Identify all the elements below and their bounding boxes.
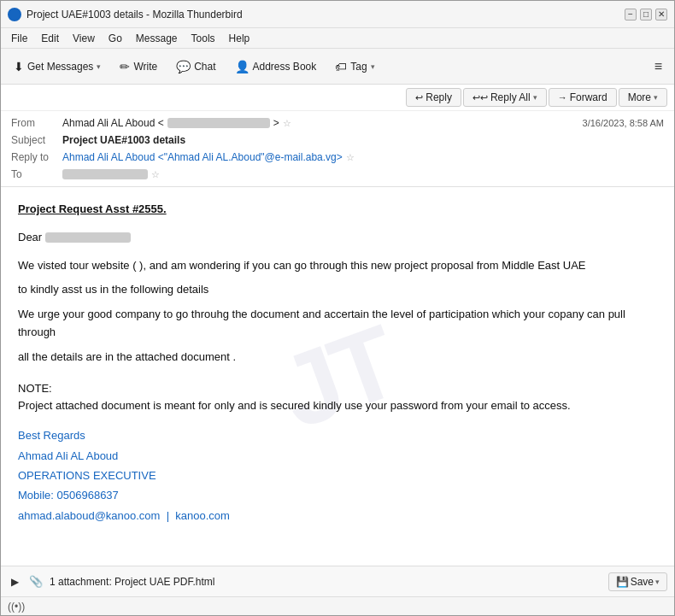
tag-button[interactable]: 🏷 Tag ▾	[327, 56, 382, 78]
body-paragraph-4: all the details are in the attached docu…	[18, 349, 657, 367]
email-actions-row: ↩ Reply ↩↩ Reply All ▾ → Forward More ▾	[1, 85, 674, 111]
sig-regards: Best Regards	[18, 425, 657, 445]
tag-dropdown-arrow[interactable]: ▾	[371, 62, 375, 71]
save-button[interactable]: 💾 Save ▾	[608, 572, 667, 591]
email-body-wrapper: JT Project Request Asst #2555. Dear We v…	[1, 187, 674, 566]
expand-button[interactable]: ▶	[8, 574, 22, 590]
reply-to-star-icon[interactable]: ☆	[346, 152, 355, 163]
reply-all-icon: ↩↩	[472, 92, 488, 103]
save-dropdown-arrow[interactable]: ▾	[655, 578, 660, 586]
sig-links: ahmad.alaboud@kanoo.com | kanoo.com	[18, 506, 657, 525]
title-bar: Project UAE#1003 details - Mozilla Thund…	[1, 1, 674, 28]
reply-to-email: Ahmad Ali AL Aboud <"Ahmad Ali AL.Aboud"…	[62, 151, 343, 163]
save-icon: 💾	[616, 576, 629, 588]
attachment-icon: 📎	[29, 575, 43, 588]
email-subject-line: Project Request Asst #2555.	[18, 201, 657, 219]
to-star-icon[interactable]: ☆	[151, 169, 160, 180]
body-paragraph-1: We visted tour website ( ), and am wonde…	[18, 257, 657, 275]
subject-label: Subject	[11, 134, 62, 146]
title-bar-left: Project UAE#1003 details - Mozilla Thund…	[8, 8, 243, 21]
reply-to-label: Reply to	[11, 151, 62, 163]
email-header: ↩ Reply ↩↩ Reply All ▾ → Forward More ▾ …	[1, 85, 674, 187]
to-email-redacted	[62, 169, 148, 179]
sig-mobile-number: 0506968637	[57, 489, 119, 502]
from-name: Ahmad Ali AL Aboud <	[62, 117, 164, 129]
dear-name-redacted	[45, 232, 131, 243]
from-label: From	[11, 117, 62, 129]
reply-all-dropdown-arrow[interactable]: ▾	[533, 93, 537, 102]
to-value: ☆	[62, 169, 664, 180]
to-row: To ☆	[11, 166, 664, 183]
menu-view[interactable]: View	[66, 31, 102, 46]
reply-to-row: Reply to Ahmad Ali AL Aboud <"Ahmad Ali …	[11, 149, 664, 166]
close-button[interactable]: ✕	[655, 9, 667, 21]
write-icon: ✏	[120, 60, 130, 73]
sig-title: OPERATIONS EXECUTIVE	[18, 466, 657, 485]
address-book-button[interactable]: 👤 Address Book	[227, 56, 325, 78]
menu-help[interactable]: Help	[222, 31, 257, 46]
to-label: To	[11, 168, 62, 180]
chat-button[interactable]: 💬 Chat	[168, 56, 223, 78]
from-angle-close: >	[273, 117, 279, 129]
sig-mobile: Mobile: 0506968637	[18, 485, 657, 505]
menu-go[interactable]: Go	[102, 31, 129, 46]
menu-file[interactable]: File	[4, 31, 34, 46]
menu-bar: File Edit View Go Message Tools Help	[1, 28, 674, 49]
write-button[interactable]: ✏ Write	[112, 56, 165, 78]
window-controls[interactable]: − □ ✕	[625, 9, 667, 21]
sig-website-link[interactable]: kanoo.com	[175, 509, 230, 522]
note-header: NOTE:	[18, 380, 657, 398]
from-email-redacted	[167, 118, 270, 128]
chat-icon: 💬	[176, 60, 191, 73]
reply-all-button[interactable]: ↩↩ Reply All ▾	[463, 88, 547, 107]
tag-icon: 🏷	[335, 60, 347, 73]
from-value: Ahmad Ali AL Aboud < > ☆	[62, 117, 583, 129]
toolbar: ⬇ Get Messages ▾ ✏ Write 💬 Chat 👤 Addres…	[1, 49, 674, 85]
more-button[interactable]: More ▾	[619, 88, 667, 107]
menu-tools[interactable]: Tools	[185, 31, 222, 46]
attachment-bar: ▶ 📎 1 attachment: Project UAE PDF.html 💾…	[1, 566, 674, 596]
body-paragraph-2: to kindly asst us in the following detai…	[18, 281, 657, 299]
dear-line: Dear	[18, 229, 657, 247]
reply-to-value: Ahmad Ali AL Aboud <"Ahmad Ali AL.Aboud"…	[62, 151, 664, 163]
reply-button[interactable]: ↩ Reply	[406, 88, 461, 107]
subject-row: Subject Project UAE#1003 details	[11, 132, 664, 149]
subject-value: Project UAE#1003 details	[62, 134, 664, 146]
note-body: Project attached document is meant for o…	[18, 397, 657, 415]
app-icon	[8, 8, 21, 21]
forward-icon: →	[558, 92, 567, 103]
window-title: Project UAE#1003 details - Mozilla Thund…	[26, 9, 243, 21]
sig-email-link[interactable]: ahmad.alaboud@kanoo.com	[18, 509, 160, 522]
address-book-icon: 👤	[235, 60, 249, 73]
status-bar: ((•))	[1, 596, 674, 615]
email-date: 3/16/2023, 8:58 AM	[583, 118, 664, 128]
maximize-button[interactable]: □	[640, 9, 652, 21]
forward-button[interactable]: → Forward	[549, 88, 617, 107]
from-row: From Ahmad Ali AL Aboud < > ☆ 3/16/2023,…	[11, 114, 664, 132]
signature: Best Regards Ahmad Ali AL Aboud OPERATIO…	[18, 425, 657, 525]
header-fields: From Ahmad Ali AL Aboud < > ☆ 3/16/2023,…	[1, 111, 674, 186]
get-messages-dropdown-arrow[interactable]: ▾	[97, 62, 101, 71]
email-body: Project Request Asst #2555. Dear We vist…	[1, 187, 674, 539]
body-paragraph-3: We urge your good company to go throuhg …	[18, 306, 657, 342]
menu-message[interactable]: Message	[129, 31, 185, 46]
sig-name: Ahmad Ali AL Aboud	[18, 446, 657, 466]
hamburger-menu-button[interactable]: ≡	[648, 56, 669, 78]
main-window: Project UAE#1003 details - Mozilla Thund…	[0, 0, 675, 616]
dear-prefix: Dear	[18, 231, 45, 243]
wifi-icon: ((•))	[8, 601, 25, 613]
attachment-label: 1 attachment: Project UAE PDF.html	[50, 576, 602, 588]
get-messages-button[interactable]: ⬇ Get Messages ▾	[6, 56, 109, 78]
sig-separator: |	[163, 509, 175, 522]
reply-icon: ↩	[415, 92, 423, 103]
sig-mobile-label: Mobile:	[18, 489, 57, 502]
note-section: NOTE: Project attached document is meant…	[18, 380, 657, 416]
from-star-icon[interactable]: ☆	[283, 118, 291, 129]
minimize-button[interactable]: −	[625, 9, 637, 21]
get-messages-icon: ⬇	[14, 60, 24, 73]
menu-edit[interactable]: Edit	[34, 31, 66, 46]
more-dropdown-arrow[interactable]: ▾	[654, 93, 658, 102]
